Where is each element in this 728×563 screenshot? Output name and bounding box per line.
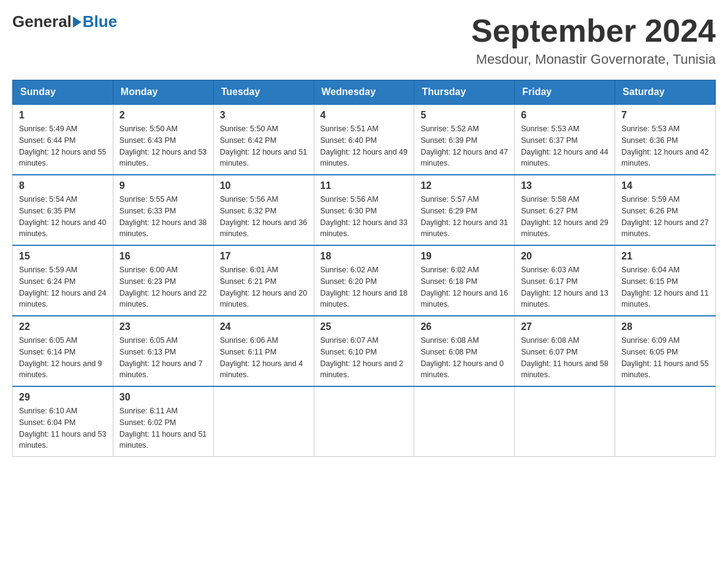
day-number: 27 <box>521 321 609 332</box>
location-title: Mesdour, Monastir Governorate, Tunisia <box>471 52 716 67</box>
day-number: 4 <box>320 110 408 121</box>
day-info: Sunrise: 5:57 AMSunset: 6:29 PMDaylight:… <box>420 194 508 240</box>
calendar-cell: 2Sunrise: 5:50 AMSunset: 6:43 PMDaylight… <box>113 104 213 175</box>
calendar-cell: 5Sunrise: 5:52 AMSunset: 6:39 PMDaylight… <box>414 104 515 175</box>
day-number: 2 <box>119 110 207 121</box>
day-number: 24 <box>220 321 308 332</box>
day-info: Sunrise: 5:56 AMSunset: 6:32 PMDaylight:… <box>220 194 308 240</box>
calendar-cell: 14Sunrise: 5:59 AMSunset: 6:26 PMDayligh… <box>615 175 716 245</box>
day-info: Sunrise: 6:11 AMSunset: 6:02 PMDaylight:… <box>119 405 207 451</box>
calendar-cell: 9Sunrise: 5:55 AMSunset: 6:33 PMDaylight… <box>113 175 213 245</box>
day-number: 29 <box>19 392 107 403</box>
day-number: 26 <box>420 321 508 332</box>
day-number: 25 <box>320 321 408 332</box>
calendar-week-row-4: 22Sunrise: 6:05 AMSunset: 6:14 PMDayligh… <box>13 316 716 386</box>
weekday-header-row: SundayMondayTuesdayWednesdayThursdayFrid… <box>13 80 716 105</box>
calendar-cell: 16Sunrise: 6:00 AMSunset: 6:23 PMDayligh… <box>113 245 213 316</box>
logo: General Blue <box>12 12 117 31</box>
calendar-cell <box>515 386 615 457</box>
day-info: Sunrise: 6:04 AMSunset: 6:15 PMDaylight:… <box>621 264 709 310</box>
calendar-cell: 8Sunrise: 5:54 AMSunset: 6:35 PMDaylight… <box>13 175 113 245</box>
day-number: 19 <box>420 251 508 262</box>
day-number: 13 <box>521 180 609 191</box>
calendar-cell: 21Sunrise: 6:04 AMSunset: 6:15 PMDayligh… <box>615 245 716 316</box>
day-info: Sunrise: 5:59 AMSunset: 6:26 PMDaylight:… <box>621 194 709 240</box>
logo-general-text: General <box>12 12 72 31</box>
day-number: 5 <box>420 110 508 121</box>
day-info: Sunrise: 6:09 AMSunset: 6:05 PMDaylight:… <box>621 335 709 381</box>
day-info: Sunrise: 5:55 AMSunset: 6:33 PMDaylight:… <box>119 194 207 240</box>
calendar-cell <box>314 386 414 457</box>
day-number: 22 <box>19 321 107 332</box>
calendar-cell: 11Sunrise: 5:56 AMSunset: 6:30 PMDayligh… <box>314 175 414 245</box>
calendar-cell: 29Sunrise: 6:10 AMSunset: 6:04 PMDayligh… <box>13 386 113 457</box>
weekday-header-saturday: Saturday <box>615 80 716 105</box>
calendar-cell: 6Sunrise: 5:53 AMSunset: 6:37 PMDaylight… <box>515 104 615 175</box>
day-info: Sunrise: 6:10 AMSunset: 6:04 PMDaylight:… <box>19 405 107 451</box>
calendar-cell: 26Sunrise: 6:08 AMSunset: 6:08 PMDayligh… <box>414 316 515 386</box>
calendar-cell: 23Sunrise: 6:05 AMSunset: 6:13 PMDayligh… <box>113 316 213 386</box>
weekday-header-tuesday: Tuesday <box>213 80 314 105</box>
day-info: Sunrise: 5:50 AMSunset: 6:43 PMDaylight:… <box>119 123 207 169</box>
day-info: Sunrise: 6:02 AMSunset: 6:18 PMDaylight:… <box>420 264 508 310</box>
calendar-cell <box>615 386 716 457</box>
day-number: 14 <box>621 180 709 191</box>
day-number: 11 <box>320 180 408 191</box>
calendar-cell: 10Sunrise: 5:56 AMSunset: 6:32 PMDayligh… <box>213 175 314 245</box>
calendar-cell: 7Sunrise: 5:53 AMSunset: 6:36 PMDaylight… <box>615 104 716 175</box>
day-number: 20 <box>521 251 609 262</box>
calendar-cell: 17Sunrise: 6:01 AMSunset: 6:21 PMDayligh… <box>213 245 314 316</box>
day-info: Sunrise: 6:06 AMSunset: 6:11 PMDaylight:… <box>220 335 308 381</box>
weekday-header-friday: Friday <box>515 80 615 105</box>
calendar-cell: 19Sunrise: 6:02 AMSunset: 6:18 PMDayligh… <box>414 245 515 316</box>
calendar-week-row-2: 8Sunrise: 5:54 AMSunset: 6:35 PMDaylight… <box>13 175 716 245</box>
day-info: Sunrise: 6:01 AMSunset: 6:21 PMDaylight:… <box>220 264 308 310</box>
day-info: Sunrise: 6:05 AMSunset: 6:14 PMDaylight:… <box>19 335 107 381</box>
logo-blue-text: Blue <box>83 12 117 31</box>
calendar-week-row-1: 1Sunrise: 5:49 AMSunset: 6:44 PMDaylight… <box>13 104 716 175</box>
calendar-cell: 27Sunrise: 6:08 AMSunset: 6:07 PMDayligh… <box>515 316 615 386</box>
day-number: 21 <box>621 251 709 262</box>
calendar-cell: 24Sunrise: 6:06 AMSunset: 6:11 PMDayligh… <box>213 316 314 386</box>
day-number: 17 <box>220 251 308 262</box>
day-info: Sunrise: 5:49 AMSunset: 6:44 PMDaylight:… <box>19 123 107 169</box>
day-number: 18 <box>320 251 408 262</box>
day-number: 16 <box>119 251 207 262</box>
day-info: Sunrise: 5:52 AMSunset: 6:39 PMDaylight:… <box>420 123 508 169</box>
calendar-week-row-5: 29Sunrise: 6:10 AMSunset: 6:04 PMDayligh… <box>13 386 716 457</box>
calendar-cell: 3Sunrise: 5:50 AMSunset: 6:42 PMDaylight… <box>213 104 314 175</box>
day-info: Sunrise: 5:59 AMSunset: 6:24 PMDaylight:… <box>19 264 107 310</box>
day-info: Sunrise: 6:07 AMSunset: 6:10 PMDaylight:… <box>320 335 408 381</box>
day-info: Sunrise: 5:53 AMSunset: 6:36 PMDaylight:… <box>621 123 709 169</box>
calendar-cell: 1Sunrise: 5:49 AMSunset: 6:44 PMDaylight… <box>13 104 113 175</box>
day-info: Sunrise: 5:54 AMSunset: 6:35 PMDaylight:… <box>19 194 107 240</box>
day-info: Sunrise: 6:00 AMSunset: 6:23 PMDaylight:… <box>119 264 207 310</box>
day-number: 23 <box>119 321 207 332</box>
day-number: 30 <box>119 392 207 403</box>
calendar-cell: 4Sunrise: 5:51 AMSunset: 6:40 PMDaylight… <box>314 104 414 175</box>
calendar-cell: 25Sunrise: 6:07 AMSunset: 6:10 PMDayligh… <box>314 316 414 386</box>
title-block: September 2024 Mesdour, Monastir Governo… <box>471 12 716 67</box>
day-info: Sunrise: 5:51 AMSunset: 6:40 PMDaylight:… <box>320 123 408 169</box>
day-info: Sunrise: 6:08 AMSunset: 6:08 PMDaylight:… <box>420 335 508 381</box>
calendar-cell: 28Sunrise: 6:09 AMSunset: 6:05 PMDayligh… <box>615 316 716 386</box>
day-number: 8 <box>19 180 107 191</box>
weekday-header-monday: Monday <box>113 80 213 105</box>
calendar-cell: 18Sunrise: 6:02 AMSunset: 6:20 PMDayligh… <box>314 245 414 316</box>
day-info: Sunrise: 6:08 AMSunset: 6:07 PMDaylight:… <box>521 335 609 381</box>
month-title: September 2024 <box>471 12 716 49</box>
calendar-cell: 13Sunrise: 5:58 AMSunset: 6:27 PMDayligh… <box>515 175 615 245</box>
weekday-header-sunday: Sunday <box>13 80 113 105</box>
day-info: Sunrise: 5:53 AMSunset: 6:37 PMDaylight:… <box>521 123 609 169</box>
calendar-cell: 15Sunrise: 5:59 AMSunset: 6:24 PMDayligh… <box>13 245 113 316</box>
day-number: 12 <box>420 180 508 191</box>
day-info: Sunrise: 6:03 AMSunset: 6:17 PMDaylight:… <box>521 264 609 310</box>
day-number: 15 <box>19 251 107 262</box>
calendar-cell: 22Sunrise: 6:05 AMSunset: 6:14 PMDayligh… <box>13 316 113 386</box>
day-info: Sunrise: 5:56 AMSunset: 6:30 PMDaylight:… <box>320 194 408 240</box>
day-number: 1 <box>19 110 107 121</box>
calendar-cell <box>414 386 515 457</box>
day-info: Sunrise: 5:58 AMSunset: 6:27 PMDaylight:… <box>521 194 609 240</box>
page-header: General Blue September 2024 Mesdour, Mon… <box>12 12 716 67</box>
day-info: Sunrise: 6:02 AMSunset: 6:20 PMDaylight:… <box>320 264 408 310</box>
